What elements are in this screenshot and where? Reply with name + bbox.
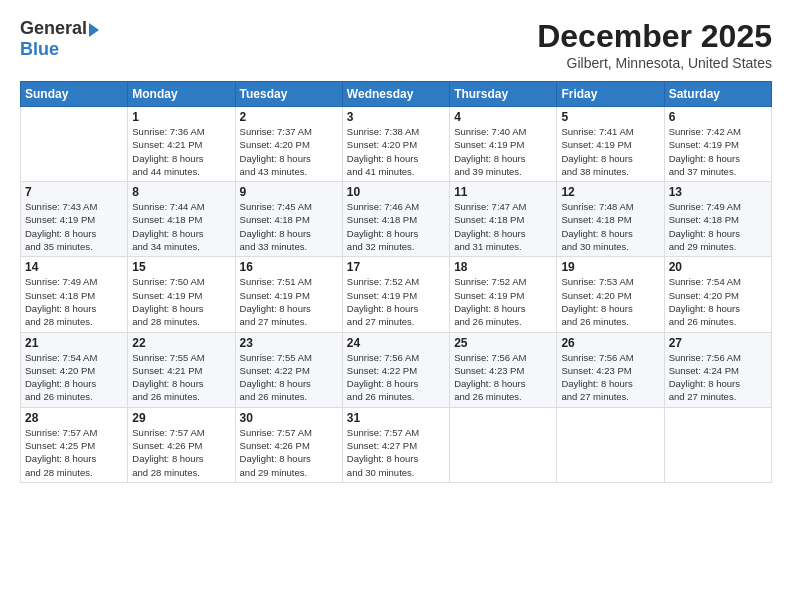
title-block: December 2025 Gilbert, Minnesota, United… xyxy=(537,18,772,71)
day-info: Sunrise: 7:56 AM Sunset: 4:24 PM Dayligh… xyxy=(669,351,767,404)
day-number: 1 xyxy=(132,110,230,124)
day-info: Sunrise: 7:51 AM Sunset: 4:19 PM Dayligh… xyxy=(240,275,338,328)
day-info: Sunrise: 7:45 AM Sunset: 4:18 PM Dayligh… xyxy=(240,200,338,253)
day-number: 6 xyxy=(669,110,767,124)
day-cell: 30Sunrise: 7:57 AM Sunset: 4:26 PM Dayli… xyxy=(235,407,342,482)
day-info: Sunrise: 7:57 AM Sunset: 4:25 PM Dayligh… xyxy=(25,426,123,479)
day-cell xyxy=(21,107,128,182)
day-info: Sunrise: 7:49 AM Sunset: 4:18 PM Dayligh… xyxy=(669,200,767,253)
day-info: Sunrise: 7:50 AM Sunset: 4:19 PM Dayligh… xyxy=(132,275,230,328)
day-info: Sunrise: 7:56 AM Sunset: 4:22 PM Dayligh… xyxy=(347,351,445,404)
day-number: 9 xyxy=(240,185,338,199)
day-cell: 3Sunrise: 7:38 AM Sunset: 4:20 PM Daylig… xyxy=(342,107,449,182)
day-cell: 26Sunrise: 7:56 AM Sunset: 4:23 PM Dayli… xyxy=(557,332,664,407)
day-info: Sunrise: 7:52 AM Sunset: 4:19 PM Dayligh… xyxy=(454,275,552,328)
day-number: 3 xyxy=(347,110,445,124)
day-cell xyxy=(450,407,557,482)
logo-blue: Blue xyxy=(20,39,59,59)
week-row-4: 28Sunrise: 7:57 AM Sunset: 4:25 PM Dayli… xyxy=(21,407,772,482)
day-cell: 11Sunrise: 7:47 AM Sunset: 4:18 PM Dayli… xyxy=(450,182,557,257)
day-number: 15 xyxy=(132,260,230,274)
day-cell: 20Sunrise: 7:54 AM Sunset: 4:20 PM Dayli… xyxy=(664,257,771,332)
day-cell: 12Sunrise: 7:48 AM Sunset: 4:18 PM Dayli… xyxy=(557,182,664,257)
day-number: 26 xyxy=(561,336,659,350)
day-number: 8 xyxy=(132,185,230,199)
day-number: 4 xyxy=(454,110,552,124)
day-number: 18 xyxy=(454,260,552,274)
day-cell: 21Sunrise: 7:54 AM Sunset: 4:20 PM Dayli… xyxy=(21,332,128,407)
week-row-0: 1Sunrise: 7:36 AM Sunset: 4:21 PM Daylig… xyxy=(21,107,772,182)
weekday-header-tuesday: Tuesday xyxy=(235,82,342,107)
day-cell: 4Sunrise: 7:40 AM Sunset: 4:19 PM Daylig… xyxy=(450,107,557,182)
day-cell: 10Sunrise: 7:46 AM Sunset: 4:18 PM Dayli… xyxy=(342,182,449,257)
day-cell: 28Sunrise: 7:57 AM Sunset: 4:25 PM Dayli… xyxy=(21,407,128,482)
day-info: Sunrise: 7:47 AM Sunset: 4:18 PM Dayligh… xyxy=(454,200,552,253)
day-cell: 15Sunrise: 7:50 AM Sunset: 4:19 PM Dayli… xyxy=(128,257,235,332)
day-cell: 16Sunrise: 7:51 AM Sunset: 4:19 PM Dayli… xyxy=(235,257,342,332)
day-cell: 9Sunrise: 7:45 AM Sunset: 4:18 PM Daylig… xyxy=(235,182,342,257)
day-info: Sunrise: 7:38 AM Sunset: 4:20 PM Dayligh… xyxy=(347,125,445,178)
day-cell: 7Sunrise: 7:43 AM Sunset: 4:19 PM Daylig… xyxy=(21,182,128,257)
day-number: 12 xyxy=(561,185,659,199)
day-cell: 13Sunrise: 7:49 AM Sunset: 4:18 PM Dayli… xyxy=(664,182,771,257)
day-cell: 8Sunrise: 7:44 AM Sunset: 4:18 PM Daylig… xyxy=(128,182,235,257)
day-number: 25 xyxy=(454,336,552,350)
day-number: 24 xyxy=(347,336,445,350)
day-info: Sunrise: 7:57 AM Sunset: 4:26 PM Dayligh… xyxy=(240,426,338,479)
day-info: Sunrise: 7:49 AM Sunset: 4:18 PM Dayligh… xyxy=(25,275,123,328)
logo: General Blue xyxy=(20,18,99,60)
day-cell: 29Sunrise: 7:57 AM Sunset: 4:26 PM Dayli… xyxy=(128,407,235,482)
weekday-header-sunday: Sunday xyxy=(21,82,128,107)
day-cell: 1Sunrise: 7:36 AM Sunset: 4:21 PM Daylig… xyxy=(128,107,235,182)
weekday-header-thursday: Thursday xyxy=(450,82,557,107)
day-number: 7 xyxy=(25,185,123,199)
day-info: Sunrise: 7:57 AM Sunset: 4:26 PM Dayligh… xyxy=(132,426,230,479)
day-cell: 22Sunrise: 7:55 AM Sunset: 4:21 PM Dayli… xyxy=(128,332,235,407)
day-number: 23 xyxy=(240,336,338,350)
day-number: 20 xyxy=(669,260,767,274)
day-number: 11 xyxy=(454,185,552,199)
day-info: Sunrise: 7:41 AM Sunset: 4:19 PM Dayligh… xyxy=(561,125,659,178)
day-cell: 27Sunrise: 7:56 AM Sunset: 4:24 PM Dayli… xyxy=(664,332,771,407)
day-info: Sunrise: 7:46 AM Sunset: 4:18 PM Dayligh… xyxy=(347,200,445,253)
day-number: 22 xyxy=(132,336,230,350)
day-number: 5 xyxy=(561,110,659,124)
day-cell: 2Sunrise: 7:37 AM Sunset: 4:20 PM Daylig… xyxy=(235,107,342,182)
day-cell: 23Sunrise: 7:55 AM Sunset: 4:22 PM Dayli… xyxy=(235,332,342,407)
day-number: 17 xyxy=(347,260,445,274)
day-number: 29 xyxy=(132,411,230,425)
location: Gilbert, Minnesota, United States xyxy=(537,55,772,71)
day-info: Sunrise: 7:56 AM Sunset: 4:23 PM Dayligh… xyxy=(454,351,552,404)
day-number: 27 xyxy=(669,336,767,350)
day-info: Sunrise: 7:54 AM Sunset: 4:20 PM Dayligh… xyxy=(669,275,767,328)
day-info: Sunrise: 7:42 AM Sunset: 4:19 PM Dayligh… xyxy=(669,125,767,178)
day-number: 30 xyxy=(240,411,338,425)
day-info: Sunrise: 7:53 AM Sunset: 4:20 PM Dayligh… xyxy=(561,275,659,328)
weekday-header-wednesday: Wednesday xyxy=(342,82,449,107)
day-info: Sunrise: 7:52 AM Sunset: 4:19 PM Dayligh… xyxy=(347,275,445,328)
day-info: Sunrise: 7:55 AM Sunset: 4:22 PM Dayligh… xyxy=(240,351,338,404)
day-number: 31 xyxy=(347,411,445,425)
day-cell xyxy=(664,407,771,482)
week-row-1: 7Sunrise: 7:43 AM Sunset: 4:19 PM Daylig… xyxy=(21,182,772,257)
day-info: Sunrise: 7:37 AM Sunset: 4:20 PM Dayligh… xyxy=(240,125,338,178)
day-number: 13 xyxy=(669,185,767,199)
day-cell: 31Sunrise: 7:57 AM Sunset: 4:27 PM Dayli… xyxy=(342,407,449,482)
weekday-header-row: SundayMondayTuesdayWednesdayThursdayFrid… xyxy=(21,82,772,107)
day-info: Sunrise: 7:36 AM Sunset: 4:21 PM Dayligh… xyxy=(132,125,230,178)
header: General Blue December 2025 Gilbert, Minn… xyxy=(20,18,772,71)
day-number: 28 xyxy=(25,411,123,425)
weekday-header-saturday: Saturday xyxy=(664,82,771,107)
logo-arrow-icon xyxy=(89,23,99,37)
day-cell: 17Sunrise: 7:52 AM Sunset: 4:19 PM Dayli… xyxy=(342,257,449,332)
day-cell: 6Sunrise: 7:42 AM Sunset: 4:19 PM Daylig… xyxy=(664,107,771,182)
day-info: Sunrise: 7:56 AM Sunset: 4:23 PM Dayligh… xyxy=(561,351,659,404)
day-cell: 5Sunrise: 7:41 AM Sunset: 4:19 PM Daylig… xyxy=(557,107,664,182)
calendar: SundayMondayTuesdayWednesdayThursdayFrid… xyxy=(20,81,772,483)
day-number: 19 xyxy=(561,260,659,274)
logo-general: General xyxy=(20,18,87,39)
day-info: Sunrise: 7:43 AM Sunset: 4:19 PM Dayligh… xyxy=(25,200,123,253)
day-info: Sunrise: 7:55 AM Sunset: 4:21 PM Dayligh… xyxy=(132,351,230,404)
day-info: Sunrise: 7:48 AM Sunset: 4:18 PM Dayligh… xyxy=(561,200,659,253)
day-info: Sunrise: 7:40 AM Sunset: 4:19 PM Dayligh… xyxy=(454,125,552,178)
